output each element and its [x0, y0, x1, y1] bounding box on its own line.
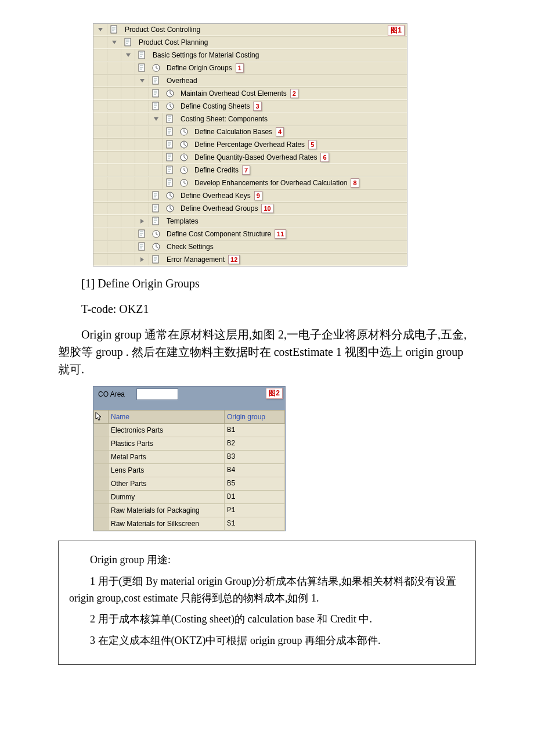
tree-label: Overhead [163, 77, 197, 85]
expand-open-icon[interactable] [126, 53, 131, 57]
table-row[interactable]: Electronics PartsB1 [94, 424, 285, 437]
tree-row[interactable]: Basic Settings for Material Costing [93, 49, 407, 62]
table-row[interactable]: DummyD1 [94, 491, 285, 504]
column-header-name[interactable]: Name [109, 411, 225, 424]
tree-row[interactable]: Define Overhead Keys 9 [93, 189, 407, 202]
row-handle[interactable] [94, 504, 109, 517]
activity-icon[interactable] [163, 190, 177, 201]
activity-icon[interactable] [177, 139, 191, 150]
table-row[interactable]: Other PartsB5 [94, 477, 285, 491]
callout-number: 9 [254, 191, 262, 200]
row-handle[interactable] [94, 491, 109, 504]
row-handle[interactable] [94, 464, 109, 477]
document-icon [163, 126, 177, 138]
tree-row[interactable]: Define Percentage Overhead Rates 5 [93, 138, 407, 151]
expand-open-icon[interactable] [154, 117, 158, 121]
activity-icon[interactable] [149, 228, 163, 240]
document-icon [163, 139, 177, 150]
activity-icon[interactable] [177, 177, 191, 189]
table-row[interactable]: Raw Materials for SilkscreenS1 [94, 517, 285, 531]
tree-row[interactable]: Define Costing Sheets 3 [93, 100, 407, 113]
activity-icon[interactable] [149, 241, 163, 253]
cell-name[interactable]: Raw Materials for Packaging [109, 504, 225, 517]
table-row[interactable]: Raw Materials for PackagingP1 [94, 504, 285, 517]
cell-group[interactable]: B4 [225, 464, 285, 477]
row-handle[interactable] [94, 424, 109, 437]
tree-row[interactable]: Costing Sheet: Components [93, 113, 407, 125]
expand-closed-icon[interactable] [140, 257, 144, 262]
cell-name[interactable]: Other Parts [109, 477, 225, 491]
callout-number: 2 [290, 89, 298, 98]
activity-icon[interactable] [163, 203, 177, 214]
tree-label: Define Calculation Bases [191, 128, 272, 136]
callout-number: 12 [228, 255, 240, 264]
table-row[interactable]: Metal PartsB3 [94, 451, 285, 464]
activity-icon[interactable] [163, 88, 177, 99]
tree-row[interactable]: Define Origin Groups 1 [93, 62, 407, 74]
tree-row[interactable]: Overhead [93, 74, 407, 87]
row-handle[interactable] [94, 517, 109, 531]
cell-group[interactable]: P1 [225, 504, 285, 517]
row-handle[interactable] [94, 477, 109, 491]
expand-open-icon[interactable] [98, 28, 103, 31]
origin-group-grid[interactable]: Name Origin group Electronics PartsB1Pla… [93, 410, 285, 531]
cell-group[interactable]: B2 [225, 437, 285, 451]
tree-label: Product Cost Controlling [121, 26, 200, 34]
activity-icon[interactable] [163, 100, 177, 112]
document-icon [149, 190, 163, 201]
expand-open-icon[interactable] [140, 79, 145, 82]
tree-row[interactable]: Product Cost Planning [93, 36, 407, 49]
tree-row[interactable]: Product Cost Controlling 图1 [93, 24, 407, 36]
tree-row[interactable]: Define Quantity-Based Overhead Rates 6 [93, 151, 407, 164]
tree-label: Define Origin Groups [163, 64, 232, 72]
document-icon [135, 49, 149, 61]
column-header-group[interactable]: Origin group [225, 411, 285, 424]
origin-group-table: CO Area 图2 Name Origin group Electronics… [93, 386, 286, 531]
cell-group[interactable]: D1 [225, 491, 285, 504]
activity-icon[interactable] [177, 152, 191, 163]
tree-row[interactable]: Maintain Overhead Cost Elements 2 [93, 87, 407, 100]
row-handle[interactable] [94, 437, 109, 451]
expand-closed-icon[interactable] [140, 219, 144, 224]
table-row[interactable]: Plastics PartsB2 [94, 437, 285, 451]
callout-number: 8 [351, 178, 359, 188]
cell-name[interactable]: Metal Parts [109, 451, 225, 464]
cell-group[interactable]: B3 [225, 451, 285, 464]
cell-group[interactable]: S1 [225, 517, 285, 531]
callout-number: 7 [242, 165, 250, 175]
callout-number: 1 [236, 63, 244, 73]
tree-label: Maintain Overhead Cost Elements [177, 89, 287, 98]
document-icon [163, 164, 177, 176]
tree-row[interactable]: Define Cost Component Structure 11 [93, 228, 407, 240]
tree-label: Product Cost Planning [135, 38, 208, 46]
cell-name[interactable]: Lens Parts [109, 464, 225, 477]
tree-row[interactable]: Define Credits 7 [93, 164, 407, 177]
cell-group[interactable]: B5 [225, 477, 285, 491]
co-area-input[interactable] [136, 388, 178, 400]
img-tree: Product Cost Controlling 图1 Product Cost… [93, 23, 407, 267]
row-handle[interactable] [94, 451, 109, 464]
document-icon [149, 215, 163, 227]
tree-row[interactable]: Define Calculation Bases 4 [93, 125, 407, 138]
tree-label: Basic Settings for Material Costing [149, 51, 259, 59]
tree-row[interactable]: Templates [93, 215, 407, 228]
activity-icon[interactable] [149, 62, 163, 74]
tree-row[interactable]: Develop Enhancements for Overhead Calcul… [93, 177, 407, 189]
document-icon [149, 75, 163, 87]
cell-group[interactable]: B1 [225, 424, 285, 437]
tree-row[interactable]: Check Settings [93, 240, 407, 253]
cell-name[interactable]: Electronics Parts [109, 424, 225, 437]
document-icon [149, 88, 163, 99]
cell-name[interactable]: Plastics Parts [109, 437, 225, 451]
expand-open-icon[interactable] [112, 41, 117, 44]
activity-icon[interactable] [177, 126, 191, 138]
cell-name[interactable]: Raw Materials for Silkscreen [109, 517, 225, 531]
callout-number: 6 [320, 153, 329, 162]
tree-label: Define Percentage Overhead Rates [191, 141, 305, 149]
cell-name[interactable]: Dummy [109, 491, 225, 504]
tree-row[interactable]: Error Management 12 [93, 253, 407, 266]
document-icon [121, 37, 135, 48]
activity-icon[interactable] [177, 164, 191, 176]
tree-row[interactable]: Define Overhead Groups 10 [93, 202, 407, 215]
table-row[interactable]: Lens PartsB4 [94, 464, 285, 477]
